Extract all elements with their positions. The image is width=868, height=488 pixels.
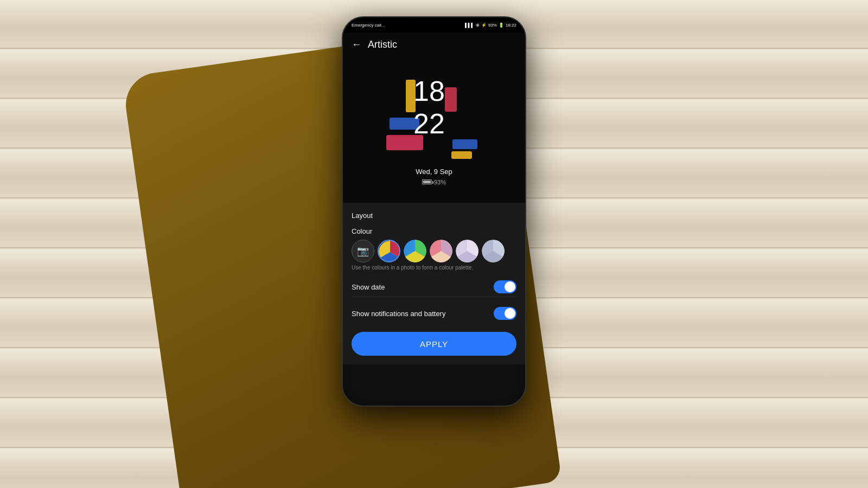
swatch-warm[interactable] xyxy=(378,240,400,262)
show-date-row: Show date xyxy=(352,277,516,297)
minute-display: 22 xyxy=(413,110,445,138)
battery-percentage: 93% xyxy=(434,179,446,185)
battery-icon-small xyxy=(422,179,432,184)
show-notifications-toggle[interactable] xyxy=(494,307,516,320)
wifi-icon: ⊕ xyxy=(476,23,480,28)
time-display: 18:22 xyxy=(506,23,516,28)
hour-display: 18 xyxy=(413,77,445,105)
colour-label: Colour xyxy=(352,227,516,235)
swatch-soft[interactable] xyxy=(430,240,452,262)
camera-icon: 📷 xyxy=(357,245,369,257)
scene: Emergency call... ▌▌▌ ⊕ ⚡ 93% 🔋 18:22 ← … xyxy=(0,0,868,488)
battery-icon: 🔋 xyxy=(499,23,504,28)
emergency-call-text: Emergency call... xyxy=(352,23,385,28)
back-button[interactable]: ← xyxy=(352,39,361,50)
pie-soft xyxy=(430,240,452,262)
pie-light xyxy=(456,240,478,262)
swatch-cool[interactable] xyxy=(404,240,426,262)
signal-icon: ▌▌▌ xyxy=(465,23,474,28)
blue-rect-small xyxy=(452,139,477,149)
pie-cool xyxy=(404,240,426,262)
artistic-clock: 18 22 xyxy=(380,74,488,161)
phone: Emergency call... ▌▌▌ ⊕ ⚡ 93% 🔋 18:22 ← … xyxy=(342,16,526,407)
layout-row: Layout xyxy=(352,211,516,221)
phone-wrapper: Emergency call... ▌▌▌ ⊕ ⚡ 93% 🔋 18:22 ← … xyxy=(342,16,526,407)
app-bar: ← Artistic xyxy=(343,33,525,56)
status-bar: Emergency call... ▌▌▌ ⊕ ⚡ 93% 🔋 18:22 xyxy=(343,17,525,33)
red-rect-tall xyxy=(445,87,457,112)
layout-label: Layout xyxy=(352,211,516,220)
swatch-light[interactable] xyxy=(456,240,478,262)
pie-warm xyxy=(379,241,400,262)
swatch-photo[interactable]: 📷 xyxy=(352,240,374,262)
colour-row: Colour 📷 xyxy=(352,227,516,271)
show-date-toggle[interactable] xyxy=(494,280,516,293)
show-notifications-row: Show notifications and battery xyxy=(352,304,516,323)
swatch-muted[interactable] xyxy=(482,240,505,262)
battery-percent: 93% xyxy=(488,23,497,28)
show-date-label: Show date xyxy=(352,283,385,291)
show-notifications-label: Show notifications and battery xyxy=(352,310,445,318)
status-left: Emergency call... xyxy=(352,23,385,28)
page-title: Artistic xyxy=(368,39,397,50)
yellow-rect-small xyxy=(451,151,472,159)
status-right: ▌▌▌ ⊕ ⚡ 93% 🔋 18:22 xyxy=(465,23,516,28)
clock-battery: 93% xyxy=(422,179,446,185)
bluetooth-icon: ⚡ xyxy=(481,23,487,28)
pie-muted xyxy=(482,240,505,262)
colour-hint: Use the colours in a photo to form a col… xyxy=(352,265,516,271)
color-swatches: 📷 xyxy=(352,240,516,262)
settings-panel: Layout Colour 📷 xyxy=(343,203,525,364)
apply-button[interactable]: APPLY xyxy=(352,332,516,356)
clock-preview: 18 22 Wed, 9 Sep 93% xyxy=(343,56,525,203)
clock-date: Wed, 9 Sep xyxy=(416,168,452,176)
